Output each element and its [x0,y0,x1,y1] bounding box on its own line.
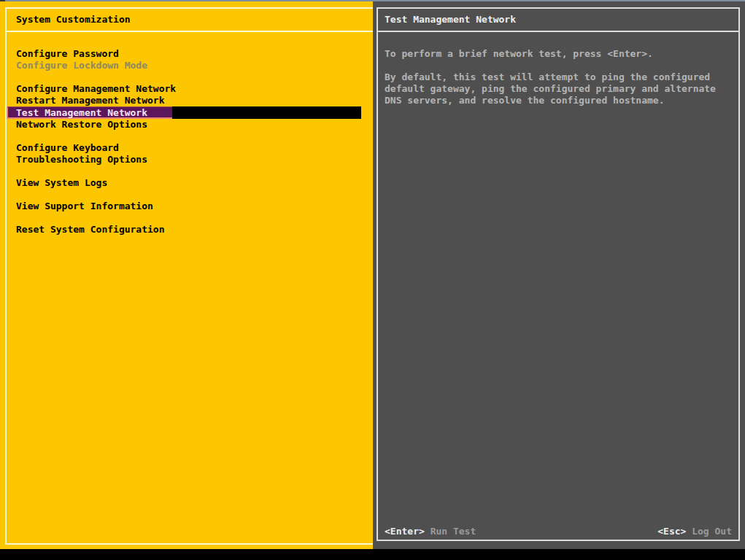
menu-item-label: Configure Password [16,48,119,59]
detail-panel-body: To perform a brief network test, press <… [378,48,738,106]
body-line-spacer [385,60,738,71]
menu-item-label: Configure Management Network [16,83,176,94]
menu-spacer [7,166,373,177]
menu-item-configure-keyboard[interactable]: Configure Keyboard [7,142,373,154]
run-test-hint: <Enter> Run Test [385,526,476,537]
menu-item-label: Reset System Configuration [16,224,165,235]
menu-item-configure-password[interactable]: Configure Password [7,48,373,60]
selected-menu-item-highlight: Test Management Network [7,106,172,119]
menu-spacer [7,189,373,201]
menu-spacer [7,71,373,83]
menu-item-view-support-information[interactable]: View Support Information [7,201,373,212]
body-line: default gateway, ping the configured pri… [385,83,738,95]
menu-item-reset-system-configuration[interactable]: Reset System Configuration [7,224,373,236]
version-status-bar: VMware ESXi 8.0.2 (VMKernel Release Buil… [0,549,745,560]
system-customization-inner-frame: System Customization Configure Password … [5,7,373,545]
body-line: By default, this test will attempt to pi… [385,71,738,83]
menu-item-configure-management-network[interactable]: Configure Management Network [7,83,373,95]
body-line: To perform a brief network test, press <… [385,48,738,60]
main-menu: Configure Password Configure Lockdown Mo… [7,48,373,236]
log-out-label: Log Out [692,526,732,537]
detail-panel-title: Test Management Network [378,9,738,32]
menu-item-label: View System Logs [16,177,107,188]
esxi-dcui-screen: System Customization Configure Password … [0,0,745,560]
run-test-label: Run Test [431,526,476,537]
menu-item-label: View Support Information [16,201,153,211]
menu-item-view-system-logs[interactable]: View System Logs [7,177,373,189]
menu-item-label: Troubleshooting Options [16,154,147,165]
menu-item-troubleshooting-options[interactable]: Troubleshooting Options [7,154,373,166]
detail-panel-inner-frame: Test Management Network To perform a bri… [377,7,740,541]
menu-item-test-management-network[interactable]: Test Management Network [7,106,361,119]
menu-item-restart-management-network[interactable]: Restart Management Network [7,95,373,106]
left-panel-title: System Customization [7,9,373,32]
menu-item-label: Restart Management Network [16,95,165,106]
log-out-hint: <Esc> Log Out [657,526,732,537]
esc-key-hint: <Esc> [657,526,686,537]
menu-spacer [7,212,373,224]
menu-item-label: Configure Lockdown Mode [16,60,147,71]
hotkey-footer: <Enter> Run Test <Esc> Log Out [385,526,732,537]
system-customization-panel: System Customization Configure Password … [0,1,373,549]
menu-item-label: Configure Keyboard [16,142,119,153]
body-line: DNS servers, and resolve the configured … [385,95,738,106]
menu-spacer [7,131,373,142]
detail-panel: Test Management Network To perform a bri… [373,1,745,549]
enter-key-hint: <Enter> [385,526,425,537]
menu-item-configure-lockdown-mode: Configure Lockdown Mode [7,60,373,71]
